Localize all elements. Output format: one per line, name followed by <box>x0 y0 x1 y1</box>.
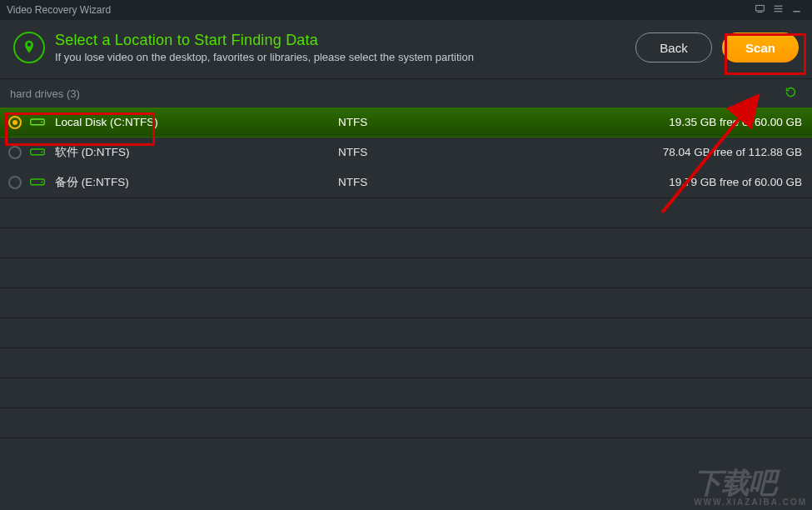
hard-drives-section-header: hard drives (3) <box>0 78 812 108</box>
radio-icon[interactable] <box>8 146 22 159</box>
disk-icon <box>28 146 47 159</box>
svg-point-11 <box>41 181 42 182</box>
svg-point-7 <box>41 121 42 122</box>
drive-row[interactable]: 软件 (D:NTFS)NTFS78.04 GB free of 112.88 G… <box>0 138 812 168</box>
disk-icon <box>28 116 47 129</box>
drive-free: 19.79 GB free of 60.00 GB <box>621 176 802 188</box>
drive-fs: NTFS <box>338 176 621 188</box>
empty-area <box>0 198 812 468</box>
page-title: Select a Location to Start Finding Data <box>55 32 474 49</box>
section-label: hard drives (3) <box>10 88 80 100</box>
page-subtitle: If you lose video on the desktop, favori… <box>55 51 474 63</box>
drive-free: 78.04 GB free of 112.88 GB <box>621 146 802 158</box>
drive-name: Local Disk (C:NTFS) <box>55 116 338 128</box>
scan-button[interactable]: Scan <box>722 32 799 62</box>
drive-row[interactable]: Local Disk (C:NTFS)NTFS19.35 GB free of … <box>0 108 812 138</box>
svg-rect-0 <box>755 5 764 11</box>
titlebar-icon-1[interactable] <box>750 3 769 17</box>
location-pin-icon <box>13 32 45 63</box>
drives-list: Local Disk (C:NTFS)NTFS19.35 GB free of … <box>0 108 812 198</box>
drive-free: 19.35 GB free of 60.00 GB <box>621 116 802 128</box>
drive-fs: NTFS <box>338 116 621 128</box>
drive-name: 备份 (E:NTFS) <box>55 175 338 190</box>
svg-point-9 <box>41 151 42 152</box>
drive-row[interactable]: 备份 (E:NTFS)NTFS19.79 GB free of 60.00 GB <box>0 168 812 198</box>
minimize-icon[interactable] <box>787 3 805 17</box>
radio-icon[interactable] <box>8 176 22 189</box>
menu-icon[interactable] <box>769 3 787 17</box>
drive-name: 软件 (D:NTFS) <box>55 145 338 160</box>
watermark: 下载吧 WWW.XIAZAIBA.COM <box>694 464 807 507</box>
window-title: Video Recovery Wizard <box>7 4 111 16</box>
refresh-icon[interactable] <box>780 84 802 102</box>
disk-icon <box>28 176 47 189</box>
radio-icon[interactable] <box>8 116 22 129</box>
drive-fs: NTFS <box>338 146 621 158</box>
back-button[interactable]: Back <box>635 32 712 62</box>
titlebar: Video Recovery Wizard <box>0 0 812 20</box>
header: Select a Location to Start Finding Data … <box>0 20 812 78</box>
